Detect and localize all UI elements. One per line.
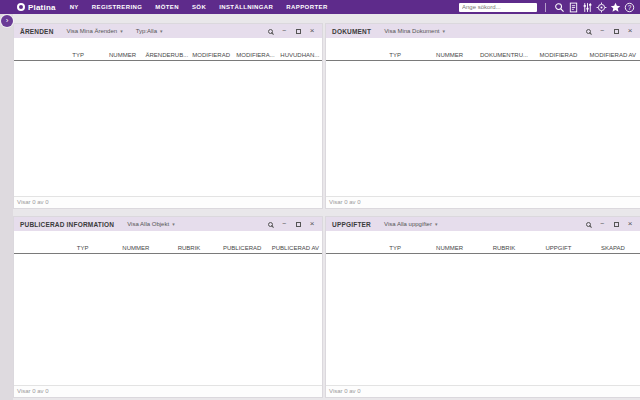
table-header-row: TYP NUMMER ÄRENDERUB... MODIFIERAD MODIF… (14, 49, 322, 61)
nav-item-installningar[interactable]: INSTÄLLNINGAR (219, 4, 273, 10)
maximize-icon[interactable] (294, 27, 302, 35)
close-icon[interactable] (308, 220, 316, 228)
nav-item-sok[interactable]: SÖK (192, 4, 206, 10)
filter-visa-alla-objekt[interactable]: Visa Alla Objekt (127, 221, 174, 227)
filter-sliders-icon[interactable] (580, 1, 594, 13)
maximize-icon[interactable] (612, 27, 620, 35)
panel-title: ÄRENDEN (20, 28, 54, 35)
nav-item-ny[interactable]: NY (70, 4, 79, 10)
filter-label: Visa Alla uppgifter (384, 221, 432, 227)
table-header-row: TYP NUMMER DOKUMENTRU... MODIFIERAD MODI… (326, 49, 640, 61)
nav-item-moten[interactable]: MÖTEN (155, 4, 179, 10)
column-header[interactable]: TYP (368, 52, 422, 58)
maximize-icon[interactable] (612, 220, 620, 228)
favorites-star-icon[interactable] (608, 1, 622, 13)
table-empty-body (326, 61, 640, 196)
close-icon[interactable] (626, 220, 634, 228)
close-icon[interactable] (308, 27, 316, 35)
panel-search-icon[interactable] (584, 220, 592, 228)
row-count-status: Visar 0 av 0 (326, 385, 640, 397)
filter-visa-mina-arenden[interactable]: Visa Mina Ärenden (67, 28, 123, 34)
nav-item-registrering[interactable]: REGISTRERING (92, 4, 142, 10)
panel-search-icon[interactable] (266, 27, 274, 35)
column-header[interactable]: NUMMER (109, 245, 162, 251)
global-search-input[interactable] (459, 3, 537, 12)
panel-title: UPPGIFTER (332, 221, 371, 228)
column-header[interactable]: DOKUMENTRU... (477, 52, 531, 58)
panel-publicerad-information: PUBLICERAD INFORMATION Visa Alla Objekt … (14, 217, 322, 397)
panel-publicerad-header: PUBLICERAD INFORMATION Visa Alla Objekt (14, 217, 322, 231)
panel-dokument: DOKUMENT Visa Mina Dokument TYP NUMMER D… (326, 24, 640, 208)
column-header[interactable]: NUMMER (422, 245, 476, 251)
filter-label: Visa Mina Ärenden (67, 28, 118, 34)
column-header[interactable]: MODIFIERAD (189, 52, 233, 58)
sidebar-toggle-button[interactable] (1, 15, 13, 27)
help-icon[interactable]: ? (622, 1, 636, 13)
top-navbar: Platina NY REGISTRERING MÖTEN SÖK INSTÄL… (0, 0, 640, 14)
main-menu: NY REGISTRERING MÖTEN SÖK INSTÄLLNINGAR … (70, 4, 328, 10)
chevron-down-icon (120, 29, 123, 34)
filter-visa-alla-uppgifter[interactable]: Visa Alla uppgifter (384, 221, 437, 227)
panel-search-icon[interactable] (584, 27, 592, 35)
column-header[interactable]: TYP (368, 245, 422, 251)
panel-controls (584, 220, 634, 228)
panel-controls (584, 27, 634, 35)
maximize-icon[interactable] (294, 220, 302, 228)
chevron-right-icon (6, 17, 9, 25)
row-count-status: Visar 0 av 0 (326, 196, 640, 208)
panel-dokument-header: DOKUMENT Visa Mina Dokument (326, 24, 640, 38)
column-header[interactable]: SKAPAD (586, 245, 640, 251)
panel-search-icon[interactable] (266, 220, 274, 228)
table-empty-body (326, 254, 640, 385)
settings-icon[interactable] (594, 1, 608, 13)
minimize-icon[interactable] (280, 27, 288, 35)
panel-controls (266, 220, 316, 228)
minimize-icon[interactable] (280, 220, 288, 228)
column-header[interactable]: UPPGIFT (531, 245, 585, 251)
column-header[interactable]: MODIFIERAD AV (586, 52, 640, 58)
filter-label: Visa Mina Dokument (384, 28, 439, 34)
platina-logo-icon (17, 3, 25, 11)
panel-controls (266, 27, 316, 35)
navbar-right: ? (459, 1, 636, 13)
minimize-icon[interactable] (598, 220, 606, 228)
column-header[interactable]: NUMMER (422, 52, 476, 58)
column-header[interactable]: PUBLICERAD (216, 245, 269, 251)
column-header[interactable]: RUBRIK (162, 245, 215, 251)
column-header[interactable]: TYP (56, 52, 100, 58)
filter-visa-mina-dokument[interactable]: Visa Mina Dokument (384, 28, 445, 34)
column-header[interactable]: NUMMER (100, 52, 144, 58)
filter-label: Visa Alla Objekt (127, 221, 169, 227)
panel-uppgifter-header: UPPGIFTER Visa Alla uppgifter (326, 217, 640, 231)
left-sidebar-collapsed (0, 14, 13, 400)
svg-text:?: ? (627, 3, 631, 10)
panel-arenden-header: ÄRENDEN Visa Mina Ärenden Typ:Alla (14, 24, 322, 38)
table-header-row: TYP NUMMER RUBRIK UPPGIFT SKAPAD (326, 242, 640, 254)
app-logo[interactable]: Platina (17, 3, 56, 12)
panel-uppgifter: UPPGIFTER Visa Alla uppgifter TYP NUMMER… (326, 217, 640, 397)
divider (545, 3, 546, 12)
close-icon[interactable] (626, 27, 634, 35)
chevron-down-icon (160, 29, 163, 34)
panel-title: PUBLICERAD INFORMATION (20, 221, 114, 228)
nav-item-rapporter[interactable]: RAPPORTER (286, 4, 327, 10)
filter-label: Typ:Alla (136, 28, 157, 34)
chevron-down-icon (435, 222, 438, 227)
column-header[interactable]: TYP (56, 245, 109, 251)
minimize-icon[interactable] (598, 27, 606, 35)
column-header[interactable]: MODIFIERAD (531, 52, 585, 58)
filter-typ-alla[interactable]: Typ:Alla (136, 28, 163, 34)
column-header[interactable]: ÄRENDERUB... (145, 52, 189, 58)
report-icon[interactable] (566, 1, 580, 13)
row-count-status: Visar 0 av 0 (14, 385, 322, 397)
panel-title: DOKUMENT (332, 28, 371, 35)
column-header[interactable]: MODIFIERA... (233, 52, 277, 58)
column-header[interactable]: RUBRIK (477, 245, 531, 251)
table-empty-body (14, 254, 322, 385)
brand-name: Platina (28, 3, 56, 12)
panel-arenden: ÄRENDEN Visa Mina Ärenden Typ:Alla TYP N… (14, 24, 322, 208)
column-header[interactable]: HUVUDHAN... (278, 52, 322, 58)
table-header-row: TYP NUMMER RUBRIK PUBLICERAD PUBLICERAD … (14, 242, 322, 254)
column-header[interactable]: PUBLICERAD AV (269, 245, 322, 251)
search-icon[interactable] (552, 1, 566, 13)
